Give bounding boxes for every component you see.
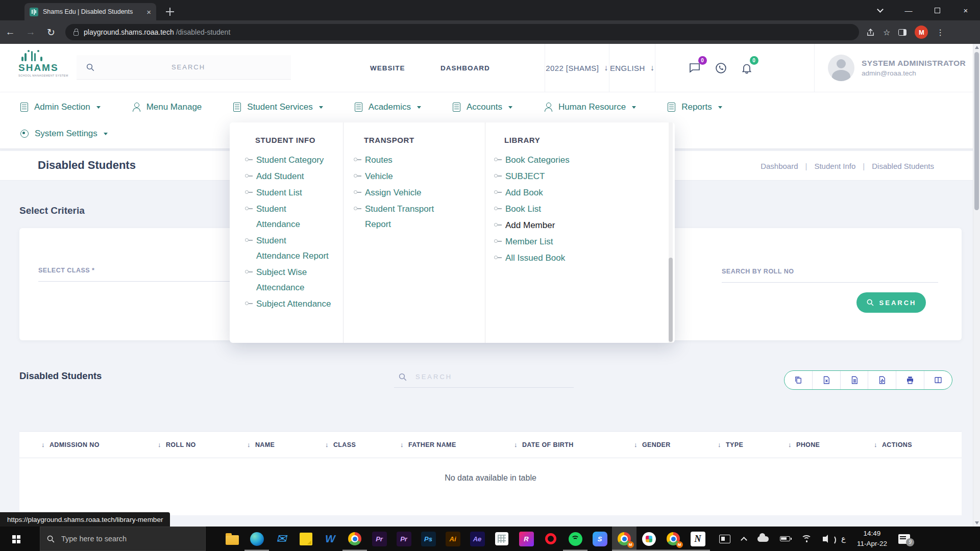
- news-widget-icon[interactable]: [719, 535, 730, 543]
- taskbar-search-input[interactable]: [61, 535, 199, 543]
- start-button[interactable]: [0, 527, 32, 551]
- notifications-button[interactable]: 0: [741, 62, 753, 74]
- col-father-name[interactable]: ↓FATHER NAME: [400, 441, 456, 448]
- dropdown-scrollbar[interactable]: [669, 122, 673, 343]
- action-center-icon[interactable]: 9: [898, 534, 910, 544]
- back-icon[interactable]: ←: [0, 27, 20, 38]
- taskbar-app-mail[interactable]: ✉: [269, 527, 293, 551]
- address-bar[interactable]: playground.shams.roaa.tech/disabled-stud…: [65, 24, 859, 40]
- scrollbar-thumb[interactable]: [974, 52, 979, 210]
- menu-item-subject-attendance[interactable]: Subject Attendance: [245, 296, 332, 312]
- window-minimize-button[interactable]: —: [894, 0, 923, 20]
- col-date-of-birth[interactable]: ↓DATE OF BIRTH: [514, 441, 574, 448]
- wifi-icon[interactable]: [801, 535, 812, 543]
- taskbar-app-after-effects[interactable]: Ae: [465, 527, 489, 551]
- menu-item-subject[interactable]: SUBJECT: [494, 169, 622, 184]
- taskbar-app-slack[interactable]: [636, 527, 661, 551]
- nav-admin-section[interactable]: Admin Section: [20, 102, 101, 112]
- browser-profile-avatar[interactable]: M: [915, 26, 928, 39]
- whatsapp-button[interactable]: [715, 62, 727, 74]
- menu-item-student-attendance[interactable]: Student Attendance: [245, 202, 332, 232]
- menu-item-student-transport-report[interactable]: Student Transport Report: [354, 202, 456, 232]
- menu-item-book-categories[interactable]: Book Categories: [494, 153, 622, 168]
- taskbar-app-photoshop[interactable]: Ps: [416, 527, 440, 551]
- bookmark-star-icon[interactable]: ☆: [883, 28, 890, 37]
- taskbar-app-chrome-profile-2[interactable]: M: [661, 527, 685, 551]
- nav-menu-manage[interactable]: Menu Manage: [132, 102, 202, 112]
- copy-button[interactable]: [785, 371, 812, 389]
- search-button[interactable]: SEARCH: [856, 292, 926, 313]
- col-type[interactable]: ↓TYPE: [718, 441, 743, 448]
- menu-item-book-list[interactable]: Book List: [494, 202, 622, 217]
- col-class[interactable]: ↓CLASS: [325, 441, 356, 448]
- menu-item-add-member[interactable]: Add Member: [494, 218, 622, 233]
- tray-expand-icon[interactable]: [741, 537, 747, 543]
- dashboard-link[interactable]: DASHBOARD: [440, 64, 490, 72]
- col-roll-no[interactable]: ↓ROLL NO: [158, 441, 196, 448]
- browser-tab[interactable]: Shams Edu | Disabled Students ×: [24, 3, 156, 20]
- menu-item-member-list[interactable]: Member List: [494, 234, 622, 249]
- header-search-input[interactable]: [95, 63, 282, 71]
- reload-icon[interactable]: ↻: [41, 27, 61, 38]
- language-selector[interactable]: ENGLISH↓: [609, 44, 655, 92]
- menu-item-all-issued-book[interactable]: All Issued Book: [494, 251, 622, 266]
- breadcrumb-dashboard[interactable]: Dashboard: [761, 162, 798, 170]
- nav-system-settings[interactable]: System Settings: [20, 129, 108, 139]
- menu-item-student-list[interactable]: Student List: [245, 185, 332, 201]
- share-icon[interactable]: [866, 28, 875, 37]
- menu-item-add-book[interactable]: Add Book: [494, 185, 622, 201]
- taskbar-app-notion[interactable]: N: [685, 527, 710, 551]
- shams-logo[interactable]: SHAMS SCHOOL MANAGEMENT SYSTEM: [18, 50, 80, 77]
- breadcrumb-student-info[interactable]: Student Info: [814, 162, 855, 170]
- taskbar-app-sticky-notes[interactable]: [293, 527, 318, 551]
- taskbar-app-premiere[interactable]: Pr: [367, 527, 391, 551]
- excel-export-button[interactable]: [812, 371, 840, 389]
- pdf-export-button[interactable]: [868, 371, 896, 389]
- taskbar-app-chrome[interactable]: [342, 527, 367, 551]
- column-visibility-button[interactable]: [924, 371, 952, 389]
- volume-icon[interactable]: [823, 537, 827, 541]
- menu-item-add-student[interactable]: Add Student: [245, 169, 332, 184]
- col-gender[interactable]: ↓GENDER: [634, 441, 671, 448]
- taskbar-app-illustrator[interactable]: Ai: [440, 527, 465, 551]
- menu-item-student-attendance-report[interactable]: Student Attendance Report: [245, 233, 332, 264]
- page-scrollbar[interactable]: [973, 44, 980, 527]
- col-phone[interactable]: ↓PHONE: [788, 441, 820, 448]
- nav-human-resource[interactable]: Human Resource: [544, 102, 636, 112]
- taskbar-clock[interactable]: 14:49 11-Apr-22: [857, 529, 887, 548]
- browser-menu-icon[interactable]: ⋮: [936, 28, 944, 37]
- tab-close-icon[interactable]: ×: [146, 8, 151, 16]
- menu-item-assign-vehicle[interactable]: Assign Vehicle: [354, 185, 456, 201]
- website-link[interactable]: WEBSITE: [370, 64, 405, 72]
- menu-item-subject-wise-attendance[interactable]: Subject Wise Attecndance: [245, 265, 332, 295]
- year-selector[interactable]: 2022 [SHAMS]↓: [545, 44, 609, 92]
- tab-search-icon[interactable]: [866, 0, 894, 20]
- taskbar-search[interactable]: [40, 527, 206, 551]
- csv-export-button[interactable]: [840, 371, 868, 389]
- taskbar-app-file-explorer[interactable]: [220, 527, 244, 551]
- nav-student-services[interactable]: Student Services: [233, 102, 323, 112]
- forward-icon[interactable]: →: [20, 27, 41, 38]
- side-panel-icon[interactable]: [898, 29, 906, 36]
- menu-item-routes[interactable]: Routes: [354, 153, 456, 168]
- select-class-input[interactable]: [38, 281, 263, 282]
- battery-icon[interactable]: [780, 536, 790, 541]
- taskbar-app-rider[interactable]: R: [514, 527, 538, 551]
- menu-item-student-category[interactable]: Student Category: [245, 153, 332, 168]
- input-language-indicator[interactable]: ع: [841, 534, 846, 543]
- taskbar-app-opera[interactable]: [538, 527, 563, 551]
- roll-no-input[interactable]: [722, 282, 938, 283]
- table-search-input[interactable]: [415, 373, 570, 381]
- col-admission-no[interactable]: ↓ADMISSION NO: [41, 441, 100, 448]
- taskbar-app-calculator[interactable]: [489, 527, 514, 551]
- col-name[interactable]: ↓NAME: [247, 441, 275, 448]
- taskbar-app-skype[interactable]: S: [587, 527, 612, 551]
- taskbar-app-word[interactable]: W: [318, 527, 342, 551]
- print-button[interactable]: [896, 371, 924, 389]
- messages-button[interactable]: 0: [688, 62, 701, 74]
- taskbar-app-spotify[interactable]: [563, 527, 587, 551]
- onedrive-icon[interactable]: [757, 536, 769, 542]
- new-tab-button[interactable]: [164, 6, 176, 17]
- window-maximize-button[interactable]: [923, 0, 951, 20]
- user-menu[interactable]: SYSTEM ADMINISTRATOR admin@roaa.tech: [814, 44, 966, 92]
